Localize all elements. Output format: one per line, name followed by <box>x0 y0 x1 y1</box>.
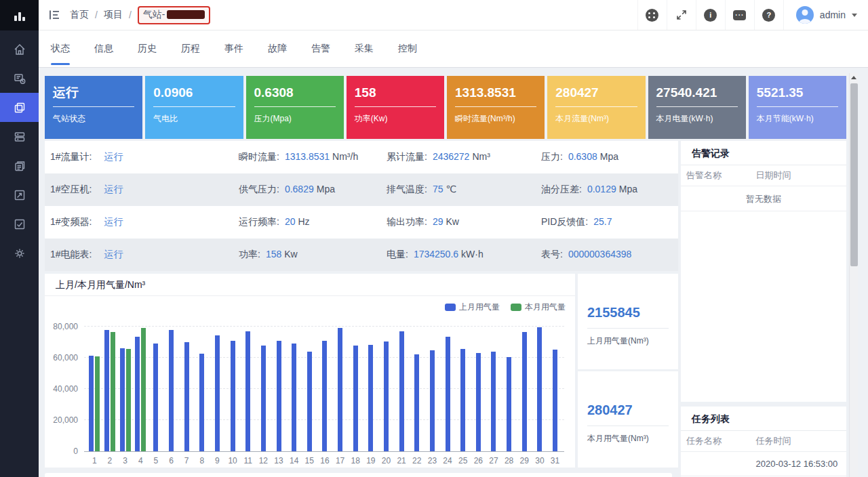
bar-last-month <box>292 344 296 451</box>
card-label: 气电比 <box>153 113 235 125</box>
bar-group: 13 <box>271 327 287 451</box>
bar-group: 29 <box>517 327 532 451</box>
field-unit: Mpa <box>600 151 618 162</box>
legend-item[interactable]: 本月用气量 <box>511 302 566 313</box>
device-name: 1#变频器: <box>50 216 92 227</box>
tab-2[interactable]: 历史 <box>138 30 157 67</box>
fullscreen-icon[interactable] <box>667 0 696 30</box>
gas-usage-chart-panel: 上月/本月用气量/Nm³ 上月用气量本月用气量 020,00040,00060,… <box>45 274 575 468</box>
info-icon[interactable]: i <box>696 0 725 30</box>
bar-last-month <box>169 330 174 451</box>
x-axis-label: 18 <box>351 456 360 465</box>
scroll-up-arrow-icon[interactable] <box>850 73 858 82</box>
bar-group: 24 <box>440 327 456 451</box>
apps-icon[interactable] <box>637 0 667 30</box>
device-status-link[interactable]: 运行 <box>104 249 123 260</box>
device-name-cell: 1#电能表:运行 <box>50 249 239 261</box>
card-value: 280427 <box>555 85 637 101</box>
tab-7[interactable]: 采集 <box>355 30 374 67</box>
divider <box>555 106 637 107</box>
field-label: 压力: <box>541 151 563 162</box>
table-row: 2020-03-12 16:53:00 <box>681 452 846 476</box>
bar-slots: 1234567891011121314151617181920212223242… <box>87 327 563 451</box>
bar-this-month <box>141 328 146 451</box>
breadcrumb-home[interactable]: 首页 <box>70 9 89 21</box>
redaction-bar <box>167 10 205 19</box>
tab-0[interactable]: 状态 <box>51 30 70 67</box>
tab-4[interactable]: 事件 <box>224 30 243 67</box>
bar-last-month <box>120 348 125 451</box>
breadcrumb-project[interactable]: 项目 <box>104 9 123 21</box>
field-label: 运行频率: <box>239 216 279 227</box>
y-axis-label: 20,000 <box>53 415 78 425</box>
legend-label: 上月用气量 <box>459 302 500 313</box>
legend-swatch <box>445 304 456 311</box>
sidebar-item-settings-gear[interactable] <box>0 239 39 268</box>
bar-group: 22 <box>409 327 425 451</box>
vertical-scrollbar[interactable] <box>849 73 858 477</box>
stat-this-month-usage: 280427 本月用气量(Nm³) <box>578 371 678 468</box>
bar-last-month <box>522 332 527 451</box>
sidebar-item-trend[interactable] <box>0 180 39 209</box>
divider <box>587 328 669 329</box>
sidebar-item-task-check[interactable] <box>0 209 39 239</box>
x-axis-label: 19 <box>366 456 375 465</box>
tab-8[interactable]: 控制 <box>398 30 417 67</box>
field-value: 20 <box>285 216 296 227</box>
breadcrumb-current: 气站- <box>138 6 211 24</box>
field-value: 25.7 <box>593 216 612 227</box>
x-axis-label: 7 <box>184 456 189 465</box>
device-field: PID反馈值:25.7 <box>541 216 678 228</box>
message-icon[interactable]: ··· <box>725 0 754 30</box>
device-status-link[interactable]: 运行 <box>104 216 123 227</box>
field-unit: Mpa <box>317 184 335 194</box>
status-card: 1313.8531瞬时流量(Nm³/h) <box>447 76 545 139</box>
card-label: 瞬时流量(Nm³/h) <box>455 113 536 125</box>
scrollbar-thumb[interactable] <box>850 83 858 266</box>
bar-last-month <box>231 341 235 451</box>
tab-6[interactable]: 告警 <box>311 30 330 67</box>
field-value: 0.0129 <box>587 184 616 194</box>
bar-this-month <box>95 356 100 451</box>
bar-group: 11 <box>240 327 256 451</box>
bar-group: 7 <box>179 327 195 451</box>
bar-group: 28 <box>501 327 517 451</box>
chart-legend: 上月用气量本月用气量 <box>445 302 566 313</box>
device-status-link[interactable]: 运行 <box>104 184 123 194</box>
tab-3[interactable]: 历程 <box>181 30 200 67</box>
card-label: 本月电量(kW·h) <box>656 113 738 125</box>
tab-5[interactable]: 故障 <box>268 30 287 67</box>
sidebar <box>0 0 39 477</box>
device-status-link[interactable]: 运行 <box>104 151 123 162</box>
home-icon <box>13 43 26 56</box>
menu-collapse-icon[interactable] <box>39 0 70 30</box>
device-field: 供气压力:0.6829Mpa <box>239 184 387 196</box>
field-value: 2436272 <box>433 151 470 162</box>
x-axis-label: 30 <box>535 456 544 465</box>
field-label: 累计流量: <box>387 151 427 162</box>
bar-group: 25 <box>455 327 471 451</box>
sidebar-item-home[interactable] <box>0 35 39 64</box>
field-value: 75 <box>433 184 443 194</box>
divider <box>455 106 536 107</box>
user-menu[interactable]: admin <box>783 0 868 30</box>
avatar <box>796 6 814 24</box>
field-label: 电量: <box>387 249 408 260</box>
sidebar-item-report[interactable] <box>0 64 39 93</box>
card-label: 本月节能(kW·h) <box>757 113 838 125</box>
help-icon[interactable]: ? <box>754 0 783 30</box>
divider <box>355 106 436 107</box>
next-panel-edge <box>45 473 672 477</box>
field-value: 158 <box>266 249 281 260</box>
field-unit: Kw <box>284 249 297 260</box>
legend-item[interactable]: 上月用气量 <box>445 302 500 313</box>
bar-group: 8 <box>194 327 210 451</box>
bar-group: 12 <box>256 327 271 451</box>
sidebar-item-device-list[interactable] <box>0 122 39 151</box>
x-axis-label: 16 <box>320 456 329 465</box>
sidebar-item-projects[interactable] <box>0 93 39 122</box>
divider <box>757 106 838 107</box>
card-label: 功率(Kw) <box>355 113 436 125</box>
tab-1[interactable]: 信息 <box>94 30 113 67</box>
sidebar-item-pages[interactable] <box>0 151 39 180</box>
